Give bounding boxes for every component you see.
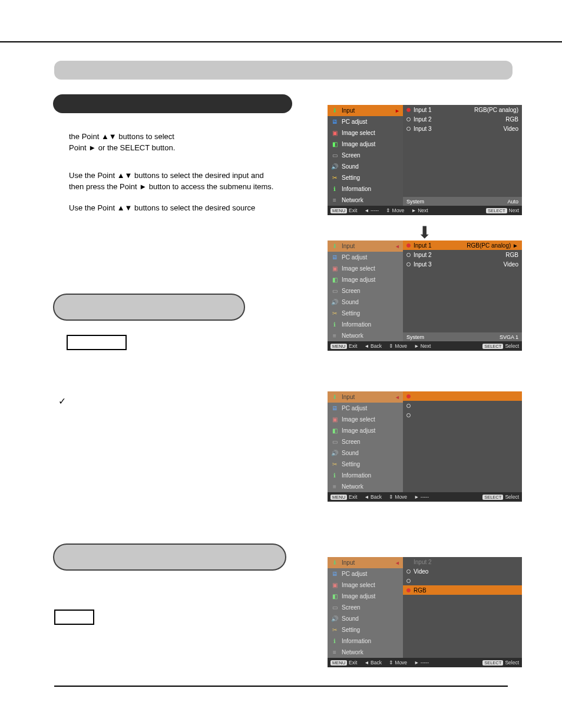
button-outline <box>54 610 94 625</box>
menu-item-screen[interactable]: ▭Screen <box>328 436 403 447</box>
radio-icon <box>406 117 411 121</box>
menu-key-icon: MENU <box>330 495 347 500</box>
menu-item-image-adjust[interactable]: ◧Image adjust <box>328 274 403 285</box>
image-adjust-icon: ◧ <box>330 427 339 435</box>
submenu-right: Input 1RGB(PC analog) ► Input 2RGB Input… <box>403 241 522 341</box>
radio-icon <box>406 127 411 131</box>
submenu-item[interactable] <box>403 391 522 401</box>
network-icon: ≡ <box>330 648 339 657</box>
radio-icon <box>406 579 411 583</box>
setting-icon: ✂ <box>330 460 339 469</box>
info-icon: ℹ <box>330 321 339 329</box>
menu-item-screen[interactable]: ▭Screen <box>328 602 403 613</box>
menu-item-information[interactable]: ℹInformation <box>328 635 403 647</box>
menu-item-screen[interactable]: ▭Screen <box>328 150 403 161</box>
submenu-item[interactable] <box>403 576 522 585</box>
submenu-item[interactable]: Video <box>403 566 522 576</box>
osd-footer: MENUExit ◄ Back ⇕ Move ► ----- SELECTSel… <box>328 492 522 502</box>
network-icon: ≡ <box>330 196 339 205</box>
select-key-icon: SELECT <box>482 495 503 500</box>
menu-item-information[interactable]: ℹInformation <box>328 470 403 481</box>
header-pill <box>53 543 286 571</box>
menu-item-network[interactable]: ≡Network <box>328 330 403 341</box>
header-pill <box>53 294 245 321</box>
sound-icon: 🔊 <box>330 449 339 457</box>
submenu-item[interactable]: Input 2RGB <box>403 250 522 259</box>
menu-item-input[interactable]: ⬇Input <box>328 105 403 116</box>
arrow-down-icon: ⬇ <box>409 223 439 242</box>
radio-icon <box>406 262 411 266</box>
system-row[interactable]: SystemSVGA 1 <box>403 332 522 341</box>
menu-item-image-select[interactable]: ▣Image select <box>328 414 403 425</box>
screen-icon: ▭ <box>330 604 339 612</box>
menu-item-image-select[interactable]: ▣Image select <box>328 579 403 591</box>
menu-item-input[interactable]: ⬇Input <box>328 241 403 252</box>
screen-icon: ▭ <box>330 438 339 446</box>
menu-item-network[interactable]: ≡Network <box>328 481 403 492</box>
submenu-item[interactable] <box>403 410 522 420</box>
info-icon: ℹ <box>330 185 339 193</box>
system-row[interactable]: SystemAuto <box>403 197 522 206</box>
submenu-item[interactable]: Input 2RGB <box>403 114 522 124</box>
submenu-item[interactable]: Input 1RGB(PC analog) ► <box>403 241 522 250</box>
setting-icon: ✂ <box>330 174 339 182</box>
submenu-item[interactable]: Input 3Video <box>403 259 522 269</box>
menu-item-pc-adjust[interactable]: 🖥PC adjust <box>328 568 403 579</box>
menu-item-image-select[interactable]: ▣Image select <box>328 263 403 274</box>
image-select-icon: ▣ <box>330 265 339 273</box>
menu-item-pc-adjust[interactable]: 🖥PC adjust <box>328 403 403 414</box>
menu-item-image-adjust[interactable]: ◧Image adjust <box>328 591 403 602</box>
menu-item-information[interactable]: ℹInformation <box>328 319 403 330</box>
image-select-icon: ▣ <box>330 581 339 589</box>
radio-icon <box>406 569 411 574</box>
page-top-rule <box>0 41 562 42</box>
menu-item-image-adjust[interactable]: ◧Image adjust <box>328 139 403 150</box>
radio-icon <box>406 253 411 257</box>
submenu-item[interactable]: Input 3Video <box>403 124 522 133</box>
menu-item-sound[interactable]: 🔊Sound <box>328 447 403 459</box>
submenu-item[interactable]: Input 1RGB(PC analog) <box>403 105 522 114</box>
page-bottom-rule <box>54 686 508 687</box>
instruction-line: Point ► or the SELECT button. <box>69 142 175 154</box>
menu-item-pc-adjust[interactable]: 🖥PC adjust <box>328 252 403 263</box>
radio-selected-icon <box>406 394 411 398</box>
submenu-right <box>403 391 522 492</box>
sound-icon: 🔊 <box>330 298 339 307</box>
radio-selected-icon <box>406 588 411 592</box>
menu-item-input[interactable]: ⬇Input <box>328 557 403 568</box>
menu-item-network[interactable]: ≡Network <box>328 647 403 658</box>
menu-item-sound[interactable]: 🔊Sound <box>328 613 403 624</box>
pc-icon: 🖥 <box>330 253 339 262</box>
input-icon: ⬇ <box>330 107 339 115</box>
screen-icon: ▭ <box>330 151 339 160</box>
menu-item-setting[interactable]: ✂Setting <box>328 172 403 183</box>
menu-item-setting[interactable]: ✂Setting <box>328 459 403 470</box>
menu-item-sound[interactable]: 🔊Sound <box>328 297 403 308</box>
menu-item-screen[interactable]: ▭Screen <box>328 285 403 297</box>
menu-item-sound[interactable]: 🔊Sound <box>328 161 403 172</box>
info-icon: ℹ <box>330 637 339 645</box>
menu-item-pc-adjust[interactable]: 🖥PC adjust <box>328 116 403 127</box>
network-icon: ≡ <box>330 483 339 491</box>
osd-footer: MENUExit ◄ ----- ⇕ Move ► Next SELECTNex… <box>328 206 522 215</box>
image-adjust-icon: ◧ <box>330 276 339 284</box>
check-icon: ✓ <box>58 396 66 407</box>
setting-icon: ✂ <box>330 309 339 318</box>
osd-menu-3: ⬇Input 🖥PC adjust ▣Image select ◧Image a… <box>328 391 522 502</box>
menu-item-setting[interactable]: ✂Setting <box>328 308 403 319</box>
menu-item-image-select[interactable]: ▣Image select <box>328 127 403 139</box>
menu-item-setting[interactable]: ✂Setting <box>328 624 403 635</box>
button-outline <box>67 335 127 350</box>
menu-item-input[interactable]: ⬇Input <box>328 391 403 403</box>
menu-item-information[interactable]: ℹInformation <box>328 183 403 195</box>
menu-item-image-adjust[interactable]: ◧Image adjust <box>328 425 403 436</box>
osd-menu-2: ⬇Input 🖥PC adjust ▣Image select ◧Image a… <box>328 241 522 351</box>
osd-menu-1: ⬇Input 🖥PC adjust ▣Image select ◧Image a… <box>328 105 522 215</box>
menu-item-network[interactable]: ≡Network <box>328 195 403 206</box>
submenu-item[interactable]: RGB <box>403 585 522 595</box>
menu-key-icon: MENU <box>330 208 347 213</box>
menu-left: ⬇Input 🖥PC adjust ▣Image select ◧Image a… <box>328 557 403 658</box>
input-icon: ⬇ <box>330 559 339 567</box>
menu-key-icon: MENU <box>330 344 347 349</box>
submenu-item[interactable] <box>403 401 522 410</box>
